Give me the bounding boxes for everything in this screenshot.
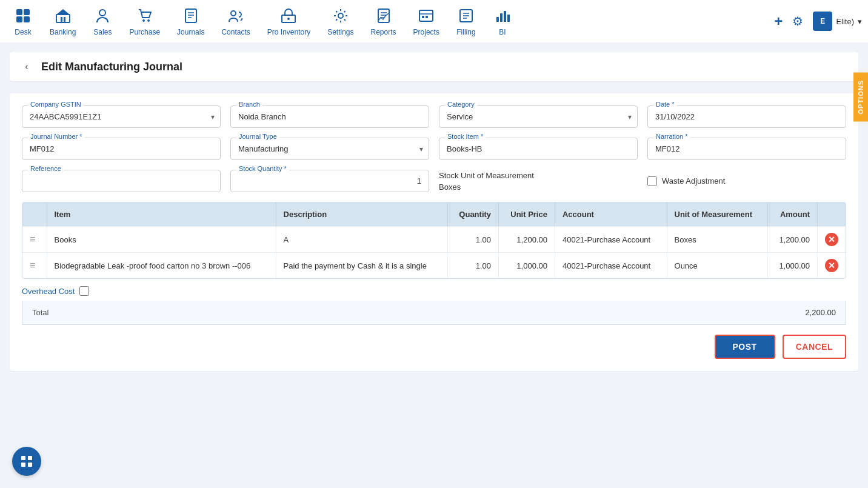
filling-icon [456,6,476,25]
bi-icon [493,6,512,25]
nav-label-settings: Settings [327,28,353,36]
branch-input[interactable] [230,105,429,128]
date-input[interactable] [647,105,846,128]
col-actions [818,202,846,227]
description-cell: A [276,227,447,253]
nav-label-journals: Journals [177,28,204,36]
account-cell: 40021-Purchase Account [555,227,667,253]
delete-row-button[interactable]: ✕ [825,233,838,246]
reference-input[interactable] [22,170,221,192]
narration-label: Narration * [653,133,690,140]
branch-label: Branch [236,101,262,108]
waste-adjustment-checkbox[interactable] [647,176,657,186]
stock-uom-group: Stock Unit of Measurement Boxes [439,171,638,192]
svg-point-9 [142,19,145,22]
svg-rect-2 [16,16,22,22]
company-gstin-select[interactable]: 24AABCA5991E1Z1 [22,105,221,128]
svg-rect-26 [426,16,428,18]
back-button[interactable]: ‹ [19,59,34,74]
drag-handle-cell: ≡ [22,253,47,279]
reports-icon [374,6,393,25]
form-row-1: Company GSTIN 24AABCA5991E1Z1 ▾ Branch C… [22,105,846,128]
date-group: Date * [647,105,846,128]
cancel-button[interactable]: CANCEL [783,335,846,359]
sidebar-item-projects[interactable]: Projects [406,1,447,41]
svg-point-10 [147,19,150,22]
svg-point-8 [99,10,105,16]
journal-type-select[interactable]: Manufacturing [230,138,429,160]
table-row: ≡ Books A 1.00 1,200.00 40021-Purchase A… [22,227,846,253]
post-button[interactable]: POST [715,335,775,359]
svg-marker-5 [56,9,70,15]
sidebar-item-banking[interactable]: Banking [42,1,83,41]
journal-number-input[interactable] [22,138,221,160]
drag-handle-icon[interactable]: ≡ [30,234,35,244]
amount-cell: 1,000.00 [767,253,817,279]
nav-label-banking: Banking [50,28,76,36]
settings-icon [331,6,350,25]
desk-icon [13,6,33,25]
settings-gear-icon[interactable]: ⚙ [792,14,803,28]
date-label: Date * [653,101,677,108]
nav-right: + ⚙ E Elite) ▾ [774,12,862,31]
options-tab[interactable]: OPTIONS [853,73,868,122]
user-menu[interactable]: E Elite) ▾ [813,12,862,31]
unit-price-cell: 1,000.00 [499,253,555,279]
sidebar-item-reports[interactable]: Reports [364,1,404,41]
waste-adjustment-label: Waste Adjustment [662,176,725,186]
svg-rect-34 [507,15,510,22]
unit-price-cell: 1,200.00 [499,227,555,253]
item-cell: Books [47,227,276,253]
delete-cell: ✕ [818,227,846,253]
contacts-icon [226,6,245,25]
svg-rect-32 [500,13,502,22]
category-select[interactable]: Service [439,105,638,128]
form-card: Company GSTIN 24AABCA5991E1Z1 ▾ Branch C… [10,93,858,371]
col-quantity: Quantity [447,202,498,227]
main-content: ‹ Edit Manufacturing Journal Company GST… [0,42,868,488]
nav-label-bi: BI [499,28,506,36]
sidebar-item-journals[interactable]: Journals [170,1,212,41]
narration-input[interactable] [647,138,846,160]
sidebar-item-filling[interactable]: Filling [449,1,483,41]
nav-label-filling: Filling [456,28,475,36]
company-gstin-label: Company GSTIN [28,101,84,108]
sidebar-item-desk[interactable]: Desk [6,1,40,41]
svg-rect-25 [422,16,424,18]
journal-number-label: Journal Number * [28,133,85,140]
sidebar-item-contacts[interactable]: Contacts [214,1,257,41]
nav-label-contacts: Contacts [221,28,250,36]
stock-uom-label: Stock Unit of Measurement [439,171,638,180]
nav-items: Desk Banking Sales [6,1,774,41]
total-label: Total [32,308,48,317]
drag-handle-icon[interactable]: ≡ [30,260,35,270]
overhead-cost-checkbox[interactable] [79,286,89,296]
stock-item-input[interactable] [439,138,638,160]
delete-row-button[interactable]: ✕ [825,259,838,272]
page-title: Edit Manufacturing Journal [41,61,182,73]
narration-group: Narration * [647,138,846,160]
sidebar-item-pro-inventory[interactable]: Pro Inventory [260,1,318,41]
svg-rect-3 [24,16,30,22]
stock-quantity-input[interactable] [230,170,429,192]
col-unit-price: Unit Price [499,202,555,227]
user-label: Elite) [836,17,854,26]
sidebar-item-sales[interactable]: Sales [85,1,119,41]
grid-menu-button[interactable] [12,447,41,476]
quantity-cell: 1.00 [447,227,498,253]
add-button[interactable]: + [774,13,783,30]
description-cell: Paid the payment by Cash & it is a singl… [276,253,447,279]
sidebar-item-purchase[interactable]: Purchase [122,1,167,41]
journal-type-label: Journal Type [236,133,279,140]
sidebar-item-bi[interactable]: BI [486,1,519,41]
branch-group: Branch [230,105,429,128]
journal-type-group: Journal Type Manufacturing ▾ [230,138,429,160]
svg-rect-36 [28,456,32,460]
total-value: 2,200.00 [805,308,836,317]
quantity-cell: 1.00 [447,253,498,279]
sales-icon [93,6,112,25]
sidebar-item-settings[interactable]: Settings [320,1,361,41]
col-account: Account [555,202,667,227]
svg-rect-11 [185,9,196,22]
purchase-icon [135,6,155,25]
